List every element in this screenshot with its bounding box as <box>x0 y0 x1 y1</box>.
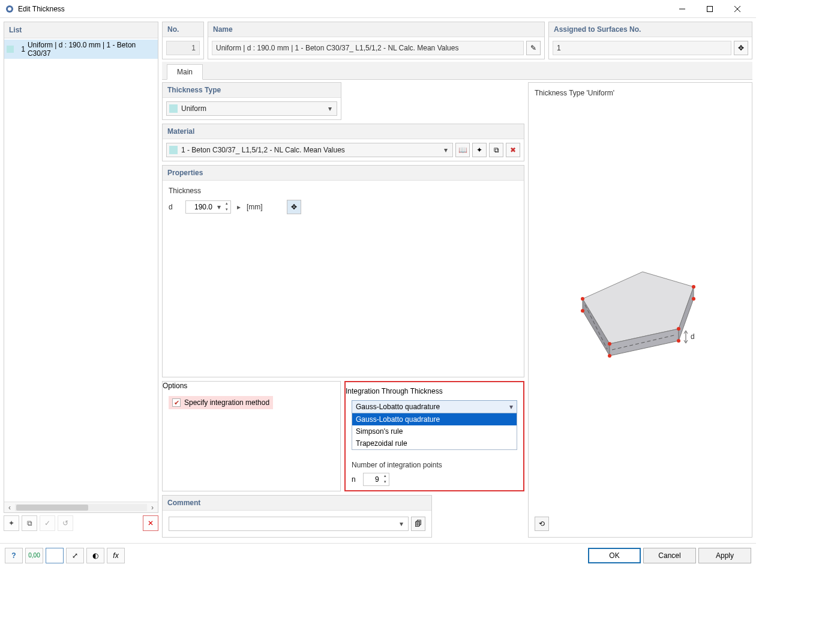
refresh-icon: ⟲ <box>539 520 545 528</box>
list-toolbar: ✦ ⧉ ✓ ↺ ✕ <box>4 513 158 533</box>
thickness-type-value: Uniform <box>180 104 326 113</box>
preview-panel: Thickness Type 'Uniform' d <box>528 82 752 538</box>
pointer-icon: ✥ <box>738 44 744 52</box>
units-button[interactable]: 0,00 <box>25 548 43 563</box>
material-value: 1 - Beton C30/37_ L1,5/1,2 - NL Calc. Me… <box>180 146 442 154</box>
chevron-down-icon: ▾ <box>509 403 513 411</box>
ruler-icon: 0,00 <box>28 552 40 559</box>
specify-integration-checkbox[interactable]: ✔ Specify integration method <box>169 396 273 409</box>
pointer-icon: ✥ <box>291 203 297 211</box>
n-value: 9 <box>364 475 382 484</box>
eye-icon: ◐ <box>92 551 98 560</box>
coord-button[interactable]: ⤢ <box>66 548 84 563</box>
pick-thickness-button[interactable]: ✥ <box>287 200 301 214</box>
specify-integration-label: Specify integration method <box>184 398 269 407</box>
svg-rect-3 <box>707 6 713 11</box>
comment-input[interactable]: ▾ <box>169 517 409 531</box>
svg-point-19 <box>692 297 695 301</box>
material-new-button[interactable]: ✦ <box>472 143 487 157</box>
no-field: 1 <box>166 41 200 55</box>
spinner[interactable]: ▴▾ <box>223 201 230 213</box>
help-button[interactable]: ? <box>5 548 23 563</box>
material-library-button[interactable]: 📖 <box>455 143 470 157</box>
svg-point-15 <box>608 354 611 358</box>
thickness-type-group: Thickness Type Uniform ▾ <box>162 82 341 120</box>
list-header: List <box>4 22 158 38</box>
integration-header: Integration Through Thickness <box>346 382 523 395</box>
svg-point-17 <box>677 339 680 343</box>
color-swatch <box>169 104 178 113</box>
note-icon: 🗐 <box>415 520 422 528</box>
list-item[interactable]: 1 Uniform | d : 190.0 mm | 1 - Beton C30… <box>4 40 158 59</box>
integration-option-gauss[interactable]: Gauss-Lobatto quadrature <box>352 413 517 425</box>
new-icon: ✦ <box>476 146 482 154</box>
list-panel: List 1 Uniform | d : 190.0 mm | 1 - Beto… <box>4 22 158 513</box>
comment-group: Comment ▾ 🗐 <box>162 495 432 538</box>
integration-option-trapezoidal[interactable]: Trapezoidal rule <box>352 437 517 449</box>
titlebar: Edit Thickness <box>0 0 756 18</box>
color-swatch <box>7 46 14 53</box>
minimize-button[interactable] <box>668 0 696 18</box>
spinner[interactable]: ▴▾ <box>382 473 389 485</box>
tool-b-button[interactable]: ↺ <box>58 515 73 531</box>
color-swatch <box>169 146 178 154</box>
integration-selected: Gauss-Lobatto quadrature <box>356 403 509 411</box>
delete-item-button[interactable]: ✕ <box>143 515 158 531</box>
material-group: Material 1 - Beton C30/37_ L1,5/1,2 - NL… <box>162 124 524 161</box>
list-scrollbar[interactable]: ‹› <box>4 502 158 512</box>
book-icon: 📖 <box>458 146 467 154</box>
thickness-d-input[interactable]: 190.0 ▾ ▴▾ <box>185 200 231 214</box>
assign-header: Assigned to Surfaces No. <box>549 22 752 37</box>
svg-point-14 <box>608 342 611 346</box>
ok-button[interactable]: OK <box>588 548 641 563</box>
tab-strip: Main <box>162 62 752 80</box>
item-label: Uniform | d : 190.0 mm | 1 - Beton C30/3… <box>28 41 155 58</box>
options-header: Options <box>163 382 340 390</box>
material-copy-button[interactable]: ⧉ <box>489 143 503 157</box>
material-header: Material <box>163 124 524 139</box>
integration-group: Integration Through Thickness Gauss-Loba… <box>344 381 524 491</box>
axes-icon: ⤢ <box>72 551 78 560</box>
svg-point-16 <box>677 327 680 331</box>
edit-name-button[interactable]: ✎ <box>526 41 541 55</box>
close-button[interactable] <box>724 0 751 18</box>
thickness-type-header: Thickness Type <box>163 83 341 98</box>
comment-edit-button[interactable]: 🗐 <box>411 517 425 531</box>
delete-icon: ✖ <box>510 146 516 154</box>
tool-a-button[interactable]: ✓ <box>40 515 55 531</box>
maximize-button[interactable] <box>696 0 724 18</box>
svg-point-18 <box>692 285 695 289</box>
name-field[interactable]: Uniform | d : 190.0 mm | 1 - Beton C30/3… <box>212 41 524 55</box>
assign-group: Assigned to Surfaces No. 1 ✥ <box>548 22 752 59</box>
tab-main[interactable]: Main <box>167 64 203 80</box>
pencil-icon: ✎ <box>530 44 536 52</box>
preview-mode-button[interactable]: ⟲ <box>535 517 549 531</box>
material-dropdown[interactable]: 1 - Beton C30/37_ L1,5/1,2 - NL Calc. Me… <box>166 143 453 157</box>
no-header: No. <box>163 22 203 37</box>
assign-field[interactable]: 1 <box>553 41 731 55</box>
thickness-illustration: d <box>547 239 721 371</box>
num-points-input[interactable]: 9 ▴▾ <box>363 473 389 486</box>
thickness-type-dropdown[interactable]: Uniform ▾ <box>166 101 337 116</box>
pick-surfaces-button[interactable]: ✥ <box>734 41 748 55</box>
integration-method-list: Gauss-Lobatto quadrature Simpson's rule … <box>352 413 517 450</box>
chevron-down-icon: ▾ <box>326 104 334 113</box>
integration-option-simpson[interactable]: Simpson's rule <box>352 425 517 437</box>
copy-item-button[interactable]: ⧉ <box>22 515 37 531</box>
dialog-footer: ? 0,00 ⤢ ◐ fx OK Cancel Apply <box>0 543 756 567</box>
name-group: Name Uniform | d : 190.0 mm | 1 - Beton … <box>208 22 545 59</box>
chevron-down-icon: ▾ <box>215 203 223 211</box>
material-delete-button[interactable]: ✖ <box>506 143 520 157</box>
new-item-button[interactable]: ✦ <box>4 515 19 531</box>
properties-group: Properties Thickness d 190.0 ▾ ▴▾ ▸ [mm] <box>162 165 524 377</box>
play-icon[interactable]: ▸ <box>237 203 241 211</box>
svg-point-13 <box>581 309 584 313</box>
apply-button[interactable]: Apply <box>698 548 751 563</box>
fx-button[interactable]: fx <box>107 548 125 563</box>
fx-icon: fx <box>113 551 118 560</box>
integration-method-dropdown[interactable]: Gauss-Lobatto quadrature ▾ <box>352 400 517 413</box>
checkbox-icon: ✔ <box>172 398 181 407</box>
cancel-button[interactable]: Cancel <box>643 548 696 563</box>
render-button[interactable]: ◐ <box>86 548 104 563</box>
view-toggle-button[interactable] <box>46 548 64 563</box>
